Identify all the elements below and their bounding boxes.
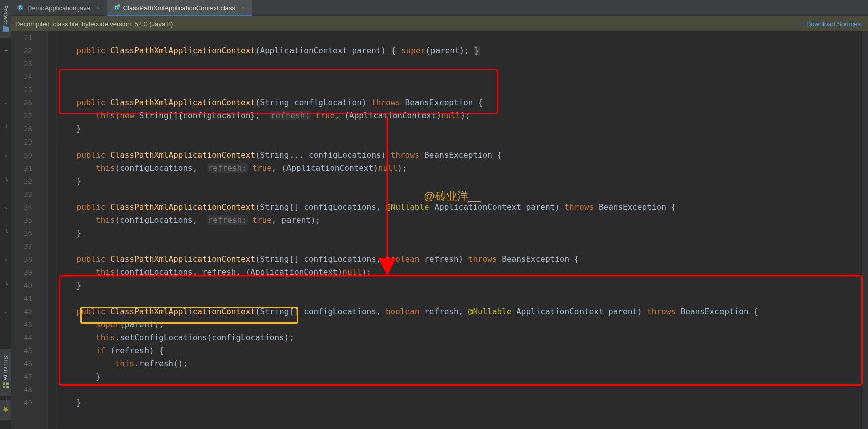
code-line[interactable]: public ClassPathXmlApplicationContext(St… [57, 253, 868, 266]
line-number[interactable]: 43 [11, 318, 47, 331]
line-number[interactable]: 40╰ [11, 279, 47, 292]
line-number[interactable]: 39 [11, 266, 47, 279]
line-number[interactable]: 28╰ [11, 122, 47, 135]
svg-rect-10 [6, 386, 9, 388]
line-number[interactable]: 30⌃ [11, 149, 47, 162]
fold-marker-icon[interactable]: ╰ [3, 178, 9, 184]
fold-marker-icon[interactable]: ⌃ [3, 308, 9, 314]
code-line[interactable] [57, 188, 868, 201]
tab-label: DemoApplication.java [27, 4, 90, 12]
svg-rect-9 [3, 386, 5, 388]
code-line[interactable]: public ClassPathXmlApplicationContext(St… [57, 96, 868, 109]
code-line[interactable]: public ClassPathXmlApplicationContext(St… [57, 305, 868, 318]
fold-marker-icon[interactable]: ⌃ [3, 152, 9, 158]
code-line[interactable]: public ClassPathXmlApplicationContext(Ap… [57, 44, 868, 57]
line-number[interactable]: 31 [11, 162, 47, 175]
code-line[interactable] [57, 135, 868, 149]
code-line[interactable]: public ClassPathXmlApplicationContext(St… [57, 201, 868, 214]
line-number[interactable]: 32╰ [11, 175, 47, 188]
code-line[interactable]: } [57, 396, 868, 409]
banner-text: Decompiled .class file, bytecode version… [15, 20, 173, 28]
svg-rect-7 [3, 382, 5, 385]
code-line[interactable]: } [57, 370, 868, 383]
editor-tab-bar: C DemoApplication.java × C ClassPathXmlA… [0, 0, 868, 16]
fold-marker-icon[interactable]: ╰ [3, 282, 9, 288]
download-sources-link[interactable]: Download Sources [806, 20, 861, 28]
editor-tab-classpathxml[interactable]: C ClassPathXmlApplicationContext.class × [107, 0, 252, 15]
line-number[interactable]: 24 [11, 70, 47, 83]
line-number-gutter[interactable]: 2122↔23242526⌃2728╰2930⌃3132╰3334⌃3536╰3… [11, 31, 48, 429]
line-number[interactable]: 21 [11, 31, 47, 44]
code-line[interactable]: public ClassPathXmlApplicationContext(St… [57, 149, 868, 162]
java-class-icon: C [16, 4, 24, 11]
fold-marker-icon[interactable]: ╰ [3, 399, 9, 405]
svg-text:C: C [115, 5, 118, 10]
vertical-scrollbar[interactable] [861, 31, 868, 429]
code-line[interactable] [57, 70, 868, 83]
line-number[interactable]: 46 [11, 357, 47, 370]
code-editor[interactable]: 2122↔23242526⌃2728╰2930⌃3132╰3334⌃3536╰3… [11, 31, 868, 429]
close-icon[interactable]: × [241, 4, 245, 11]
line-number[interactable]: 35 [11, 214, 47, 227]
code-line[interactable] [57, 57, 868, 70]
code-line[interactable] [57, 383, 868, 396]
tab-label: ClassPathXmlApplicationContext.class [123, 4, 235, 12]
line-number[interactable]: 33 [11, 188, 47, 201]
fold-marker-icon[interactable]: ⌃ [3, 256, 9, 262]
decompiled-banner: Decompiled .class file, bytecode version… [0, 16, 868, 32]
code-line[interactable]: this(new String[]{configLocation}, refre… [57, 109, 868, 122]
svg-rect-8 [6, 382, 9, 385]
line-number[interactable]: 36╰ [11, 227, 47, 240]
line-number[interactable]: 47 [11, 370, 47, 383]
fold-marker-icon[interactable]: ⌃ [3, 99, 9, 105]
fold-bar[interactable] [47, 31, 57, 429]
code-line[interactable] [57, 31, 868, 44]
svg-text:C: C [19, 5, 22, 10]
line-number[interactable]: 34⌃ [11, 201, 47, 214]
toolwindow-tab-structure[interactable]: Structure [0, 349, 11, 396]
code-line[interactable]: this.setConfigLocations(configLocations)… [57, 331, 868, 344]
line-number[interactable]: 41 [11, 292, 47, 305]
line-number[interactable]: 22↔ [11, 44, 47, 57]
fold-marker-icon[interactable]: ↔ [3, 47, 9, 53]
code-area[interactable]: public ClassPathXmlApplicationContext(Ap… [57, 31, 868, 429]
code-line[interactable]: } [57, 122, 868, 135]
code-line[interactable]: if (refresh) { [57, 344, 868, 357]
line-number[interactable]: 42⌃ [11, 305, 47, 318]
code-line[interactable] [57, 240, 868, 253]
code-line[interactable]: super(parent); [57, 318, 868, 331]
line-number[interactable]: 25 [11, 83, 47, 96]
close-icon[interactable]: × [96, 4, 100, 11]
code-line[interactable]: this(configLocations, refresh: true, (Ap… [57, 162, 868, 175]
toolwindow-tab-project[interactable]: Project [0, 0, 11, 38]
code-line[interactable]: } [57, 175, 868, 188]
project-icon [2, 26, 9, 33]
line-number[interactable]: 29 [11, 135, 47, 149]
svg-rect-6 [3, 26, 6, 28]
fold-marker-icon[interactable]: ╰ [3, 230, 9, 236]
code-line[interactable]: this.refresh(); [57, 357, 868, 370]
editor-tab-demoapplication[interactable]: C DemoApplication.java × [11, 0, 107, 15]
tab-label: Structure [3, 356, 9, 380]
line-number[interactable]: 48 [11, 383, 47, 396]
line-number[interactable]: 44 [11, 331, 47, 344]
code-line[interactable]: this(configLocations, refresh, (Applicat… [57, 266, 868, 279]
line-number[interactable]: 26⌃ [11, 96, 47, 109]
fold-marker-icon[interactable]: ╰ [3, 125, 9, 131]
line-number[interactable]: 37 [11, 240, 47, 253]
fold-marker-icon[interactable]: ⌃ [3, 204, 9, 210]
structure-icon [2, 382, 9, 389]
code-line[interactable]: } [57, 279, 868, 292]
code-line[interactable] [57, 292, 868, 305]
line-number[interactable]: 27 [11, 109, 47, 122]
java-class-icon: C [112, 4, 120, 11]
line-number[interactable]: 38⌃ [11, 253, 47, 266]
line-number[interactable]: 23 [11, 57, 47, 70]
line-number[interactable]: 49╰ [11, 396, 47, 409]
line-number[interactable]: 45 [11, 344, 47, 357]
code-line[interactable] [57, 83, 868, 96]
code-line[interactable]: this(configLocations, refresh: true, par… [57, 214, 868, 227]
tab-label: Project [3, 5, 9, 24]
code-line[interactable]: } [57, 227, 868, 240]
